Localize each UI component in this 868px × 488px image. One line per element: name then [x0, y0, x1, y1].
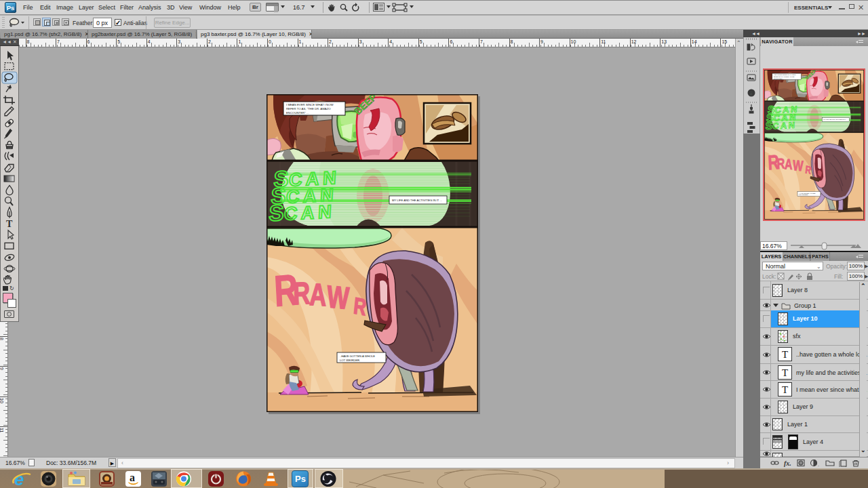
svg-text:R: R: [293, 275, 311, 311]
svg-text:REFER TO AS, "THE DR. AMAZO: REFER TO AS, "THE DR. AMAZO: [286, 107, 331, 110]
svg-text:MY LIFE AND THE ACTIVITIES IN: MY LIFE AND THE ACTIVITIES IN IT ...: [392, 199, 442, 202]
svg-text:I MEAN EVER SINCE WHAT I NOW: I MEAN EVER SINCE WHAT I NOW: [286, 103, 334, 106]
svg-text:S: S: [269, 200, 285, 226]
svg-text:W: W: [326, 279, 351, 316]
svg-text:a: a: [130, 472, 135, 483]
svg-text:fx.: fx.: [784, 460, 791, 467]
svg-text:CAN: CAN: [283, 201, 336, 224]
svg-text:..HAVE GOTTEN A WHOLE: ..HAVE GOTTEN A WHOLE: [340, 354, 375, 358]
svg-text:LOT WEIRDER.: LOT WEIRDER.: [340, 359, 360, 362]
svg-text:A: A: [309, 277, 327, 312]
svg-text:T: T: [6, 219, 13, 229]
svg-text:.: .: [818, 462, 819, 467]
svg-text:e: e: [14, 470, 24, 488]
svg-text:ENCOUNTER" ...: ENCOUNTER" ...: [286, 111, 309, 115]
